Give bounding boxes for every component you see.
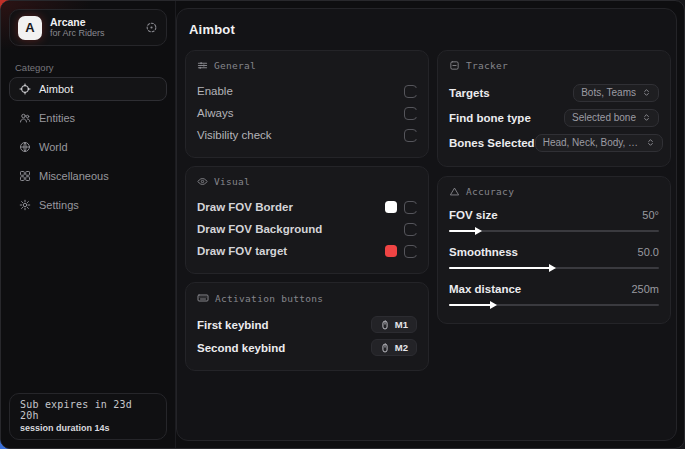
sidebar-item-label: Settings	[39, 199, 79, 211]
sidebar: A Arcane for Arc Riders Category Aimbot …	[1, 1, 176, 448]
row-label: Max distance	[449, 283, 521, 295]
general-row-always: Always	[197, 102, 417, 124]
tracker-card-header: Tracker	[449, 60, 659, 71]
slider-thumb[interactable]	[475, 227, 482, 235]
users-icon	[19, 112, 31, 124]
chevron-updown-icon	[642, 113, 651, 122]
visual-row-fov-background: Draw FOV Background	[197, 218, 417, 240]
row-label: FOV size	[449, 209, 498, 221]
slider-value: 250m	[631, 283, 659, 295]
visual-card-header: Visual	[197, 176, 417, 187]
scan-icon	[449, 60, 460, 71]
slider-fill	[449, 304, 491, 306]
fov-target-checkbox[interactable]	[404, 245, 417, 258]
visual-row-fov-target: Draw FOV target	[197, 240, 417, 262]
find-bone-type-select[interactable]: Selected bone	[564, 109, 659, 127]
subscription-status-box: Sub expires in 23d 20h session duration …	[9, 393, 167, 440]
brand-name: Arcane	[50, 16, 137, 28]
sliders-icon	[197, 60, 208, 71]
row-label: Draw FOV Border	[197, 201, 293, 213]
gear-icon	[19, 199, 31, 211]
tracker-card: Tracker Targets Bots, Teams Find bone ty…	[437, 50, 671, 167]
select-value: Bots, Teams	[581, 87, 636, 98]
slider-fill	[449, 267, 550, 269]
eye-icon	[197, 176, 208, 187]
slider-value: 50°	[642, 209, 659, 221]
sub-expiry-text: Sub expires in 23d 20h	[20, 399, 156, 421]
bones-selected-select[interactable]: Head, Neck, Body, Fe..	[535, 134, 663, 152]
mouse-icon	[380, 343, 390, 353]
keyboard-icon	[197, 292, 209, 304]
accuracy-row-max-distance: Max distance 250m	[449, 280, 659, 310]
app-window: A Arcane for Arc Riders Category Aimbot …	[0, 0, 685, 449]
row-label: Visibility check	[197, 129, 272, 141]
general-card-header: General	[197, 60, 417, 71]
chevron-updown-icon	[642, 88, 651, 97]
general-card: General Enable Always Visibility check	[185, 50, 429, 158]
accuracy-card-header: Accuracy	[449, 186, 659, 197]
accuracy-row-smoothness: Smoothness 50.0	[449, 243, 659, 273]
row-label: Draw FOV target	[197, 245, 287, 257]
card-title: Activation buttons	[215, 293, 323, 304]
sidebar-item-miscellaneous[interactable]: Miscellaneous	[9, 164, 167, 188]
keybind-value: M2	[395, 342, 408, 353]
row-label: Find bone type	[449, 112, 531, 124]
target-icon[interactable]	[145, 21, 158, 34]
card-title: Visual	[214, 176, 250, 187]
accuracy-row-fov-size: FOV size 50°	[449, 206, 659, 236]
brand-card: A Arcane for Arc Riders	[9, 9, 167, 46]
card-title: Accuracy	[466, 186, 514, 197]
brand-text: Arcane for Arc Riders	[50, 16, 137, 38]
tracker-row-find-bone-type: Find bone type Selected bone	[449, 105, 659, 130]
activation-buttons-card: Activation buttons First keybind M1 Seco…	[185, 282, 429, 371]
fov-border-color-swatch[interactable]	[385, 201, 397, 213]
tracker-row-bones-selected: Bones Selected Head, Neck, Body, Fe..	[449, 130, 659, 155]
slider-thumb[interactable]	[549, 264, 556, 272]
chevron-updown-icon	[646, 138, 655, 147]
card-title: Tracker	[466, 60, 508, 71]
first-keybind-button[interactable]: M1	[371, 316, 417, 333]
fov-target-color-swatch[interactable]	[385, 245, 397, 257]
select-value: Head, Neck, Body, Fe..	[543, 137, 640, 148]
row-label: Bones Selected	[449, 137, 535, 149]
visual-card: Visual Draw FOV Border Draw FOV Backgrou…	[185, 166, 429, 274]
keybind-value: M1	[395, 319, 408, 330]
sidebar-item-world[interactable]: World	[9, 135, 167, 159]
globe-icon	[19, 141, 31, 153]
row-label: Enable	[197, 85, 233, 97]
slider-thumb[interactable]	[490, 301, 497, 309]
sidebar-item-label: Aimbot	[39, 83, 73, 95]
mouse-icon	[380, 320, 390, 330]
tracker-row-targets: Targets Bots, Teams	[449, 80, 659, 105]
visual-row-fov-border: Draw FOV Border	[197, 196, 417, 218]
always-checkbox[interactable]	[404, 107, 417, 120]
sidebar-item-settings[interactable]: Settings	[9, 193, 167, 217]
row-label: First keybind	[197, 319, 269, 331]
left-column: General Enable Always Visibility check	[185, 50, 429, 371]
slider-fill	[449, 230, 476, 232]
app-logo: A	[18, 16, 42, 40]
visibility-check-checkbox[interactable]	[404, 129, 417, 142]
row-label: Second keybind	[197, 342, 285, 354]
fov-size-slider[interactable]	[449, 226, 659, 236]
sidebar-item-entities[interactable]: Entities	[9, 106, 167, 130]
row-label: Targets	[449, 87, 490, 99]
slider-value: 50.0	[638, 246, 659, 258]
accuracy-card: Accuracy FOV size 50°	[437, 176, 671, 324]
crosshair-icon	[19, 83, 31, 95]
activation-card-header: Activation buttons	[197, 292, 417, 304]
select-value: Selected bone	[572, 112, 636, 123]
session-duration-text: session duration 14s	[20, 423, 156, 433]
activation-row-first-keybind: First keybind M1	[197, 313, 417, 336]
smoothness-slider[interactable]	[449, 263, 659, 273]
max-distance-slider[interactable]	[449, 300, 659, 310]
enable-checkbox[interactable]	[404, 85, 417, 98]
targets-select[interactable]: Bots, Teams	[573, 84, 659, 102]
fov-border-checkbox[interactable]	[404, 201, 417, 214]
main-panel: Aimbot General Enable Always	[176, 8, 677, 441]
fov-background-checkbox[interactable]	[404, 223, 417, 236]
triangle-icon	[449, 186, 460, 197]
sidebar-item-label: World	[39, 141, 68, 153]
second-keybind-button[interactable]: M2	[371, 339, 417, 356]
sidebar-item-aimbot[interactable]: Aimbot	[9, 77, 167, 101]
